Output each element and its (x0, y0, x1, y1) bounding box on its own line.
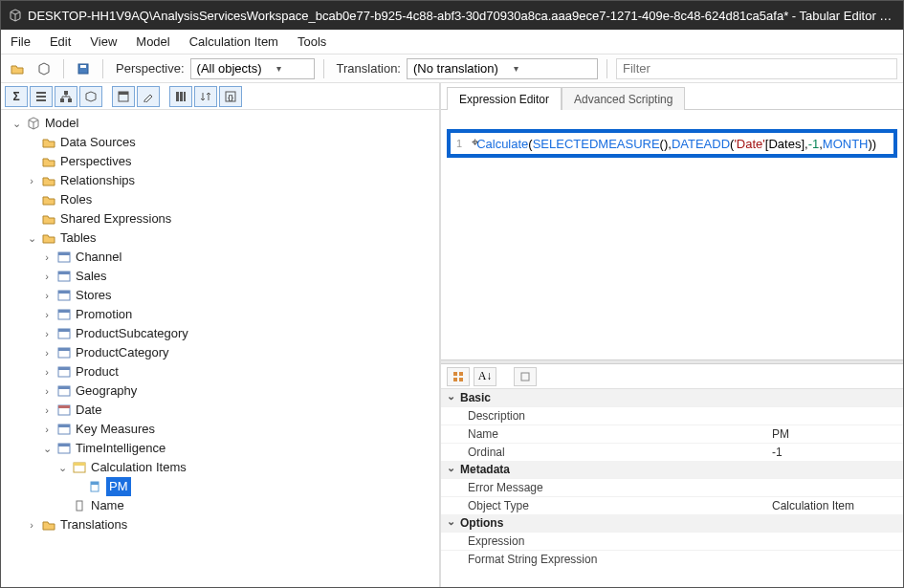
perspective-dropdown[interactable]: (All objects) ▾ (190, 58, 315, 79)
property-toolbar: A↓ (441, 364, 903, 389)
property-pages-icon[interactable] (514, 367, 537, 386)
svg-rect-7 (68, 98, 72, 102)
prop-name-value[interactable]: PM (766, 425, 903, 443)
tree-table-channel[interactable]: ›Channel (41, 248, 437, 267)
menu-bar: File Edit View Model Calculation Item To… (1, 30, 903, 54)
editor-body[interactable] (441, 162, 903, 359)
prop-expression[interactable]: Expression (441, 533, 766, 550)
menu-file[interactable]: File (11, 34, 31, 49)
svg-rect-12 (184, 92, 186, 101)
svg-rect-9 (119, 92, 128, 95)
prop-ordinal-value[interactable]: -1 (766, 444, 903, 461)
window-icon[interactable] (112, 86, 135, 107)
translation-dropdown[interactable]: (No translation) ▾ (407, 58, 598, 79)
tree-shared-expressions[interactable]: Shared Expressions (26, 209, 437, 229)
svg-rect-2 (36, 92, 46, 94)
tree-calculation-items[interactable]: ⌄Calculation Items (56, 458, 437, 477)
chevron-down-icon: ▾ (276, 63, 281, 74)
svg-rect-20 (58, 291, 70, 294)
tree-table-promotion[interactable]: ›Promotion (41, 305, 437, 324)
save-icon[interactable] (73, 58, 94, 79)
table-icon (56, 345, 72, 360)
list-icon[interactable] (30, 86, 53, 107)
calc-item-icon (87, 479, 102, 494)
prop-cat-basic[interactable]: Basic (441, 389, 903, 406)
svg-rect-45 (459, 378, 463, 381)
prop-format-string-expression[interactable]: Format String Expression (441, 551, 766, 568)
tree-toolbar: Σ {} (1, 83, 439, 110)
tree-table-date[interactable]: ›Date (41, 401, 437, 420)
window-title: DESKTOP-HH1V9AQ\AnalysisServicesWorkspac… (28, 9, 895, 23)
table-icon (56, 250, 72, 265)
open-icon[interactable] (7, 58, 28, 79)
tree-table-keymeasures[interactable]: ›Key Measures (41, 420, 437, 439)
menu-tools[interactable]: Tools (298, 34, 326, 49)
tree-data-sources[interactable]: Data Sources (26, 133, 437, 152)
tree-tables[interactable]: ⌄Tables (26, 229, 437, 248)
menu-calculation-item[interactable]: Calculation Item (189, 34, 278, 49)
tree-table-productsubcategory[interactable]: ›ProductSubcategory (41, 324, 437, 343)
alphabetical-icon[interactable]: A↓ (474, 367, 496, 386)
svg-text:{}: {} (228, 93, 233, 101)
table-icon (56, 441, 72, 456)
menu-edit[interactable]: Edit (50, 34, 71, 49)
menu-model[interactable]: Model (136, 34, 169, 49)
folder-icon (41, 517, 56, 533)
tree-model[interactable]: ⌄Model (11, 114, 437, 133)
edit-icon[interactable] (137, 86, 160, 107)
tree-table-productcategory[interactable]: ›ProductCategory (41, 343, 437, 362)
columns-icon[interactable] (169, 86, 192, 107)
tree-translations[interactable]: ›Translations (26, 515, 437, 534)
tree-column-name[interactable]: Name (56, 496, 437, 515)
prop-object-type-value: Calculation Item (766, 497, 903, 514)
prop-cat-options[interactable]: Options (441, 514, 903, 532)
line-number: 1 (456, 138, 462, 149)
tree-relationships[interactable]: ›Relationships (26, 171, 437, 190)
table-icon (56, 326, 72, 341)
tree-calc-item-pm[interactable]: PM (72, 477, 437, 496)
svg-rect-28 (58, 367, 70, 370)
model-tree[interactable]: ⌄Model Data Sources Perspectives ›Relati… (1, 110, 439, 587)
folder-icon (41, 173, 56, 188)
chevron-down-icon: ▾ (514, 63, 518, 74)
translation-label: Translation: (337, 61, 401, 76)
svg-rect-6 (60, 98, 64, 102)
svg-rect-46 (521, 373, 529, 381)
svg-rect-3 (36, 96, 46, 98)
cube-icon[interactable] (79, 86, 102, 107)
script-icon[interactable]: {} (219, 86, 242, 107)
perspective-label: Perspective: (116, 61, 185, 76)
folder-icon (41, 135, 56, 150)
app-icon (9, 9, 22, 22)
tree-perspectives[interactable]: Perspectives (26, 152, 437, 171)
folder-icon (41, 211, 56, 227)
prop-ordinal[interactable]: Ordinal (441, 444, 766, 461)
cursor-icon: ⌖ (472, 135, 478, 150)
tab-advanced-scripting[interactable]: Advanced Scripting (562, 87, 685, 110)
prop-description[interactable]: Description (441, 407, 766, 425)
tree-table-sales[interactable]: ›Sales (41, 267, 437, 286)
sigma-icon[interactable]: Σ (5, 86, 28, 107)
svg-rect-44 (453, 378, 457, 381)
deploy-icon[interactable] (33, 58, 55, 79)
tab-expression-editor[interactable]: Expression Editor (447, 87, 562, 110)
svg-rect-38 (74, 463, 85, 466)
prop-cat-metadata[interactable]: Metadata (441, 461, 903, 478)
tree-roles[interactable]: Roles (26, 190, 437, 209)
tree-table-product[interactable]: ›Product (41, 362, 437, 381)
categorized-icon[interactable] (447, 367, 470, 386)
table-icon (56, 364, 72, 380)
svg-rect-24 (58, 329, 70, 332)
prop-name[interactable]: Name (441, 425, 766, 443)
table-icon (56, 307, 72, 322)
menu-view[interactable]: View (90, 34, 117, 49)
tree-table-geography[interactable]: ›Geography (41, 381, 437, 401)
hierarchy-icon[interactable] (55, 86, 77, 107)
property-grid[interactable]: Basic Description NamePM Ordinal-1 Metad… (441, 389, 903, 587)
expression-editor[interactable]: 1 ⌖ Calculate(SELECTEDMEASURE(), DATEADD… (447, 129, 897, 158)
tree-table-stores[interactable]: ›Stores (41, 286, 437, 305)
tree-table-timeintelligence[interactable]: ⌄TimeIntelligence (41, 439, 437, 458)
table-icon (56, 269, 72, 284)
sort-icon[interactable] (194, 86, 217, 107)
filter-input[interactable] (616, 58, 897, 79)
